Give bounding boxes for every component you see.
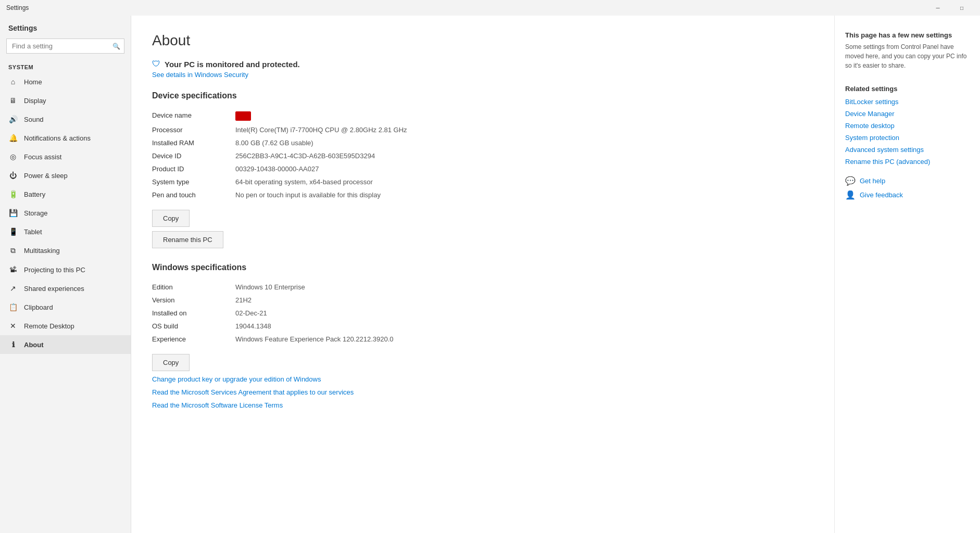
sidebar-item-tablet[interactable]: 📱 Tablet — [0, 222, 131, 241]
spec-label: Installed on — [152, 307, 235, 320]
spec-value: No pen or touch input is available for t… — [235, 188, 579, 201]
sidebar-item-label-tablet: Tablet — [24, 228, 42, 236]
spec-label: Pen and touch — [152, 188, 235, 201]
notice-text: Some settings from Control Panel have mo… — [845, 42, 970, 70]
copy-button-1[interactable]: Copy — [152, 210, 190, 227]
related-settings-title: Related settings — [845, 85, 970, 93]
sidebar-item-label-projecting: Projecting to this PC — [24, 266, 85, 274]
sidebar-item-about[interactable]: ℹ About — [0, 335, 131, 354]
multitasking-icon: ⧉ — [8, 246, 18, 255]
focus-icon: ◎ — [8, 153, 18, 161]
sidebar-item-label-about: About — [24, 341, 44, 349]
sidebar-item-label-storage: Storage — [24, 209, 48, 217]
device-specs-table: Device name Processor Intel(R) Core(TM) … — [152, 109, 579, 201]
clipboard-icon: 📋 — [8, 303, 18, 311]
notice-title: This page has a few new settings — [845, 31, 970, 39]
spec-label: Processor — [152, 123, 235, 136]
titlebar: Settings ─ □ — [0, 0, 980, 16]
windows-specs-table: Edition Windows 10 Enterprise Version 21… — [152, 281, 579, 346]
bottom-link[interactable]: Read the Microsoft Software License Term… — [152, 401, 579, 409]
page-title: About — [152, 32, 579, 49]
sidebar-header: Settings — [0, 16, 131, 36]
spec-value: 256C2BB3-A9C1-4C3D-A62B-603E595D3294 — [235, 149, 579, 162]
spec-value: Windows 10 Enterprise — [235, 281, 579, 294]
help-icon: 💬 — [845, 176, 856, 186]
spec-value: 02-Dec-21 — [235, 307, 579, 320]
help-item[interactable]: 💬Get help — [845, 176, 970, 186]
bottom-link[interactable]: Read the Microsoft Services Agreement th… — [152, 388, 579, 396]
tablet-icon: 📱 — [8, 227, 18, 236]
sidebar-search-container: 🔍 — [6, 39, 124, 54]
related-link[interactable]: BitLocker settings — [845, 98, 970, 106]
right-panel: This page has a few new settings Some se… — [834, 0, 980, 533]
spec-label: Edition — [152, 281, 235, 294]
search-input[interactable] — [6, 39, 124, 54]
sidebar-item-notifications[interactable]: 🔔 Notifications & actions — [0, 129, 131, 147]
spec-value: 00329-10438-00000-AA027 — [235, 162, 579, 175]
sidebar-item-sound[interactable]: 🔊 Sound — [0, 110, 131, 129]
sidebar-item-label-shared: Shared experiences — [24, 285, 84, 293]
sidebar-item-clipboard[interactable]: 📋 Clipboard — [0, 298, 131, 316]
battery-icon: 🔋 — [8, 190, 18, 198]
spec-value: Intel(R) Core(TM) i7-7700HQ CPU @ 2.80GH… — [235, 123, 579, 136]
sidebar-item-label-sound: Sound — [24, 116, 44, 123]
copy-button-2[interactable]: Copy — [152, 354, 190, 371]
spec-label: Installed RAM — [152, 136, 235, 149]
bottom-link[interactable]: Change product key or upgrade your editi… — [152, 375, 579, 383]
sidebar-item-display[interactable]: 🖥 Display — [0, 91, 131, 110]
related-link[interactable]: Rename this PC (advanced) — [845, 158, 970, 166]
security-link[interactable]: See details in Windows Security — [152, 71, 579, 79]
related-link[interactable]: Remote desktop — [845, 122, 970, 130]
sidebar-item-label-battery: Battery — [24, 191, 45, 198]
table-row: Processor Intel(R) Core(TM) i7-7700HQ CP… — [152, 123, 579, 136]
spec-value: 21H2 — [235, 294, 579, 307]
spec-value: 8.00 GB (7.62 GB usable) — [235, 136, 579, 149]
sidebar: Settings 🔍 System ⌂ Home 🖥 Display 🔊 Sou… — [0, 0, 131, 533]
spec-label: Device ID — [152, 149, 235, 162]
table-row: Installed on 02-Dec-21 — [152, 307, 579, 320]
display-icon: 🖥 — [8, 96, 18, 105]
sidebar-item-label-home: Home — [24, 78, 42, 86]
help-item[interactable]: 👤Give feedback — [845, 190, 970, 200]
sidebar-item-label-power: Power & sleep — [24, 172, 68, 180]
sidebar-item-remote[interactable]: ✕ Remote Desktop — [0, 316, 131, 335]
minimize-button[interactable]: ─ — [926, 0, 950, 16]
spec-label: Experience — [152, 333, 235, 346]
projecting-icon: 📽 — [8, 265, 18, 274]
table-row: OS build 19044.1348 — [152, 320, 579, 333]
related-link[interactable]: System protection — [845, 134, 970, 142]
storage-icon: 💾 — [8, 209, 18, 217]
related-link[interactable]: Device Manager — [845, 110, 970, 118]
device-section-title: Device specifications — [152, 91, 579, 100]
spec-label: OS build — [152, 320, 235, 333]
sidebar-item-label-display: Display — [24, 97, 46, 105]
related-links: BitLocker settingsDevice ManagerRemote d… — [845, 98, 970, 166]
maximize-button[interactable]: □ — [950, 0, 974, 16]
sidebar-item-shared[interactable]: ↗ Shared experiences — [0, 279, 131, 298]
sidebar-item-label-remote: Remote Desktop — [24, 322, 74, 330]
search-icon: 🔍 — [112, 43, 120, 50]
sidebar-item-projecting[interactable]: 📽 Projecting to this PC — [0, 260, 131, 279]
sidebar-item-label-multitasking: Multitasking — [24, 247, 60, 255]
sidebar-item-battery[interactable]: 🔋 Battery — [0, 185, 131, 204]
shared-icon: ↗ — [8, 284, 18, 293]
spec-label: Version — [152, 294, 235, 307]
spec-value: 64-bit operating system, x64-based proce… — [235, 175, 579, 188]
sidebar-item-label-notifications: Notifications & actions — [24, 134, 91, 142]
table-row: Experience Windows Feature Experience Pa… — [152, 333, 579, 346]
sidebar-item-label-focus: Focus assist — [24, 153, 61, 161]
table-row: Device name — [152, 109, 579, 123]
sidebar-item-focus[interactable]: ◎ Focus assist — [0, 147, 131, 166]
protection-banner: 🛡 Your PC is monitored and protected. — [152, 59, 579, 69]
spec-value — [235, 109, 579, 123]
sidebar-item-storage[interactable]: 💾 Storage — [0, 204, 131, 222]
rename-button[interactable]: Rename this PC — [152, 231, 223, 248]
sidebar-item-home[interactable]: ⌂ Home — [0, 72, 131, 91]
related-link[interactable]: Advanced system settings — [845, 146, 970, 154]
protection-text: Your PC is monitored and protected. — [165, 60, 300, 69]
titlebar-title: Settings — [6, 4, 29, 11]
spec-value: Windows Feature Experience Pack 120.2212… — [235, 333, 579, 346]
sidebar-item-power[interactable]: ⏻ Power & sleep — [0, 166, 131, 185]
table-row: System type 64-bit operating system, x64… — [152, 175, 579, 188]
sidebar-item-multitasking[interactable]: ⧉ Multitasking — [0, 241, 131, 260]
